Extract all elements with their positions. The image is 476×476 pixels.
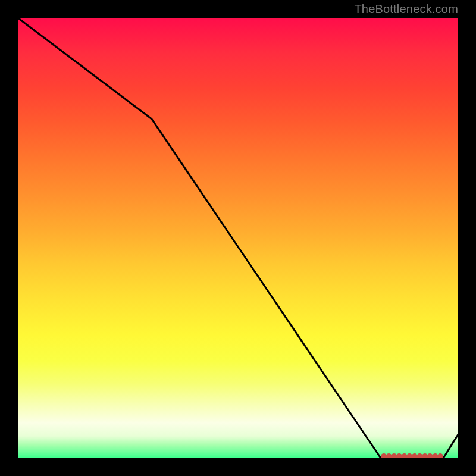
- dot-marker: [381, 453, 387, 458]
- dot-marker: [432, 453, 438, 458]
- dot-marker: [417, 453, 423, 458]
- dot-marker: [391, 453, 397, 458]
- dot-marker: [437, 453, 443, 458]
- gradient-plot-area: [18, 18, 458, 458]
- dot-marker: [396, 453, 402, 458]
- chart-frame: TheBottleneck.com: [0, 0, 476, 476]
- dot-marker: [427, 453, 433, 458]
- main-curve: [18, 18, 458, 458]
- dot-marker: [402, 453, 408, 458]
- dot-marker: [412, 453, 418, 458]
- chart-svg: [18, 18, 458, 458]
- dot-marker: [422, 453, 428, 458]
- dot-marker: [386, 453, 392, 458]
- flat-segment-dots: [381, 453, 443, 458]
- watermark-text: TheBottleneck.com: [354, 2, 458, 16]
- dot-marker: [406, 453, 412, 458]
